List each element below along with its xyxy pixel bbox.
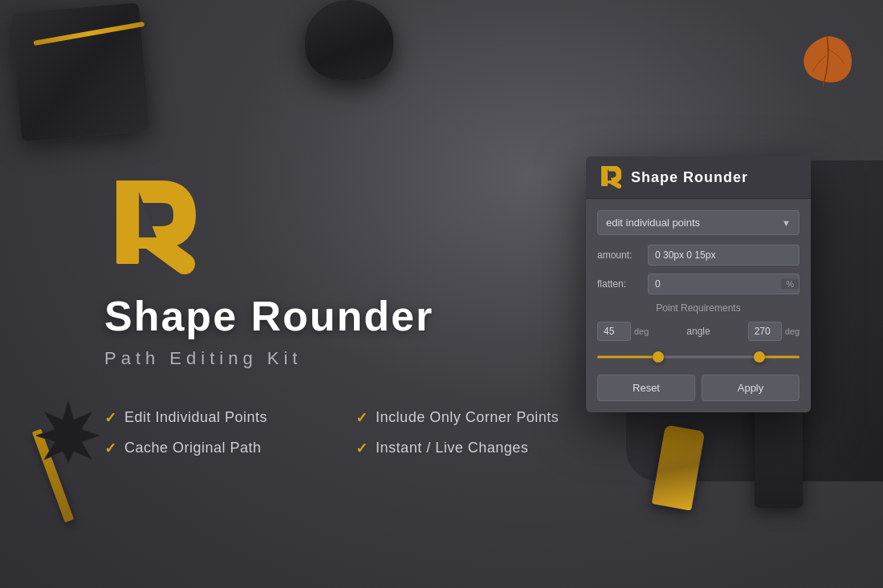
check-icon-1: ✓ [104,409,116,427]
mode-dropdown[interactable]: edit individual points ▼ [597,210,800,235]
check-icon-3: ✓ [356,409,368,427]
feature-text-4: Instant / Live Changes [376,440,528,456]
features-list: ✓ Edit Individual Points ✓ Include Only … [104,409,559,457]
flatten-input-wrapper: % [648,274,800,294]
angle-center-label: angle [653,326,743,337]
feature-edit-individual: ✓ Edit Individual Points [104,409,307,427]
flatten-label: flatten: [597,278,641,290]
amount-label: amount: [597,249,641,261]
apply-button[interactable]: Apply [702,375,800,401]
feature-text-2: Cache Original Path [124,440,262,456]
flatten-input[interactable] [649,274,781,294]
slider-thumb-left[interactable] [653,351,664,363]
panel-body: edit individual points ▼ amount: flatten… [586,199,811,412]
check-icon-4: ✓ [356,440,368,457]
check-icon-2: ✓ [104,440,116,457]
dropdown-value: edit individual points [606,217,700,229]
angle-max-unit: deg [785,326,800,336]
angle-min-unit: deg [634,326,649,336]
logo-icon [104,180,201,276]
panel-buttons: Reset Apply [597,375,800,401]
feature-text-1: Edit Individual Points [124,409,267,426]
main-title: Shape Rounder [104,292,433,340]
angle-min-group: deg [597,322,649,341]
reset-button[interactable]: Reset [597,375,695,401]
feature-corner-points: ✓ Include Only Corner Points [356,409,559,427]
chevron-down-icon: ▼ [782,218,791,228]
slider-track [597,356,800,359]
angle-row: deg angle deg [597,322,800,341]
panel-logo [599,166,621,189]
angle-max-group: deg [748,322,800,341]
sub-title: Path Editing Kit [104,348,302,369]
amount-input[interactable] [648,245,800,266]
panel-title: Shape Rounder [631,169,748,186]
angle-slider[interactable] [597,349,800,365]
panel-header: Shape Rounder [586,156,811,199]
section-title: Point Requirements [597,302,800,314]
slider-thumb-right[interactable] [754,351,765,363]
flatten-field: flatten: % [597,274,800,294]
amount-field: amount: [597,245,800,266]
feature-cache-path: ✓ Cache Original Path [104,440,307,457]
shape-rounder-panel: Shape Rounder edit individual points ▼ a… [586,156,811,412]
feature-text-3: Include Only Corner Points [376,409,559,426]
angle-min-input[interactable] [597,322,631,341]
angle-max-input[interactable] [748,322,782,341]
flatten-unit: % [781,279,799,289]
feature-live-changes: ✓ Instant / Live Changes [356,440,559,457]
